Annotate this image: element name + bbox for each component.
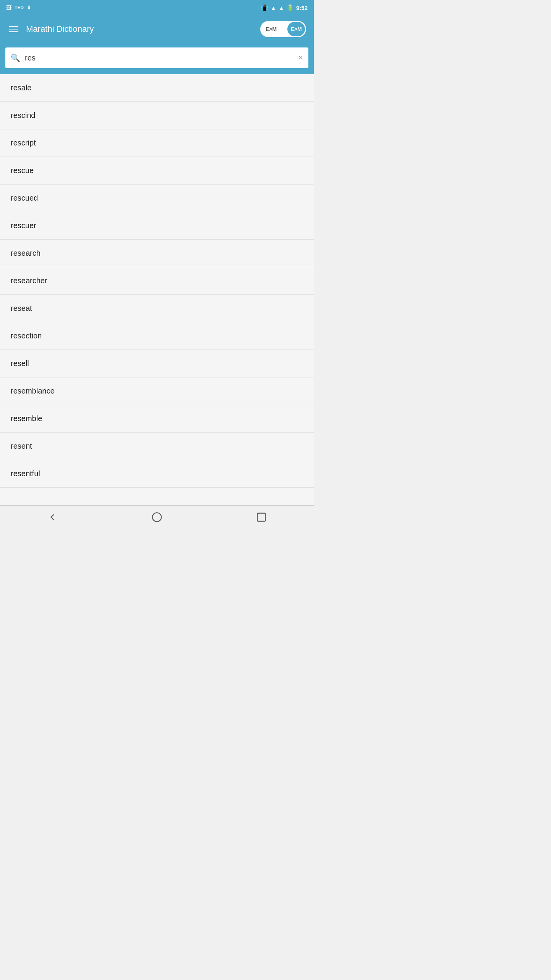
list-item[interactable]: researcher: [0, 267, 314, 295]
home-button[interactable]: [145, 510, 168, 525]
list-item[interactable]: rescuer: [0, 212, 314, 240]
list-item[interactable]: rescued: [0, 185, 314, 212]
search-box: 🔍 ×: [5, 47, 308, 68]
status-icons-left: 🖼 TED ⬇: [6, 5, 31, 11]
time-display: 9:52: [296, 5, 308, 11]
status-bar: 🖼 TED ⬇ 📳 ▲ ▲ 🔋 9:52: [0, 0, 314, 15]
back-button[interactable]: [41, 510, 64, 525]
list-item[interactable]: resent: [0, 433, 314, 460]
ted-icon: TED: [15, 5, 24, 10]
list-item[interactable]: resemble: [0, 405, 314, 433]
vibrate-icon: 📳: [261, 4, 268, 11]
list-item[interactable]: reseat: [0, 295, 314, 322]
list-item[interactable]: resemblance: [0, 377, 314, 405]
list-item[interactable]: resection: [0, 322, 314, 350]
svg-rect-1: [258, 513, 266, 521]
wifi-icon: ▲: [271, 5, 276, 11]
clear-icon[interactable]: ×: [298, 53, 303, 63]
battery-icon: 🔋: [287, 4, 294, 11]
toggle-label-text: E>M: [266, 26, 277, 32]
language-toggle[interactable]: E>M E>M: [260, 21, 306, 37]
toggle-circle: E>M: [287, 22, 305, 36]
image-icon: 🖼: [6, 5, 11, 11]
menu-button[interactable]: [8, 24, 20, 34]
list-item[interactable]: resentful: [0, 460, 314, 488]
app-title: Marathi Dictionary: [26, 24, 254, 34]
svg-point-0: [152, 513, 161, 521]
list-item[interactable]: research: [0, 240, 314, 267]
bottom-nav: [0, 505, 314, 528]
status-icons-right: 📳 ▲ ▲ 🔋 9:52: [261, 4, 308, 11]
list-item[interactable]: rescue: [0, 157, 314, 185]
search-bar-container: 🔍 ×: [0, 43, 314, 74]
download-icon: ⬇: [27, 5, 31, 11]
list-item[interactable]: resell: [0, 350, 314, 377]
word-list: resalerescindrescriptrescuerescuedrescue…: [0, 74, 314, 505]
search-input[interactable]: [25, 54, 293, 62]
list-item[interactable]: rescript: [0, 129, 314, 157]
signal-icon: ▲: [279, 5, 284, 11]
list-item[interactable]: rescind: [0, 102, 314, 129]
recents-button[interactable]: [250, 510, 273, 525]
search-icon: 🔍: [11, 53, 20, 62]
header: Marathi Dictionary E>M E>M: [0, 15, 314, 43]
list-item[interactable]: resale: [0, 74, 314, 102]
